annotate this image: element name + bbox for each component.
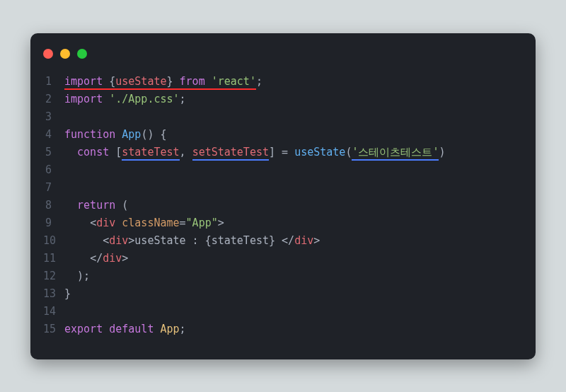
line-number: 6 [43, 161, 64, 179]
line-number: 5 [43, 144, 64, 161]
code-content: import {useState} from 'react'; [64, 73, 523, 91]
code-line: 9 <div className="App"> [43, 214, 523, 232]
line-number: 8 [43, 197, 64, 214]
code-line: 6 [43, 161, 523, 179]
code-content: </div> [64, 250, 523, 267]
code-line: 14 [43, 303, 523, 321]
code-line: 2 import './App.css'; [43, 91, 523, 108]
code-line: 10 <div>useState : {stateTest} </div> [43, 232, 523, 250]
code-line: 8 return ( [43, 197, 523, 214]
code-line: 3 [43, 108, 523, 126]
line-number: 7 [43, 179, 64, 197]
code-editor[interactable]: 1 import {useState} from 'react'; 2 impo… [30, 73, 536, 338]
code-content [64, 161, 523, 179]
maximize-icon[interactable] [77, 49, 87, 59]
traffic-lights [30, 46, 536, 73]
editor-window: 1 import {useState} from 'react'; 2 impo… [30, 33, 536, 359]
code-content: import './App.css'; [64, 91, 523, 108]
code-content: } [64, 285, 523, 303]
line-number: 1 [43, 73, 64, 91]
code-line: 13 } [43, 285, 523, 303]
line-number: 12 [43, 267, 64, 285]
code-content: ); [64, 267, 523, 285]
line-number: 14 [43, 303, 64, 321]
line-number: 15 [43, 321, 64, 338]
code-line: 4 function App() { [43, 126, 523, 144]
line-number: 3 [43, 108, 64, 126]
code-content: <div className="App"> [64, 214, 523, 232]
code-content [64, 303, 523, 321]
code-content: function App() { [64, 126, 523, 144]
code-content: export default App; [64, 321, 523, 338]
code-content: const [stateTest, setStateTest] = useSta… [64, 144, 523, 161]
code-content [64, 108, 523, 126]
code-content: <div>useState : {stateTest} </div> [64, 232, 523, 250]
line-number: 4 [43, 126, 64, 144]
code-line: 15 export default App; [43, 321, 523, 338]
code-content [64, 179, 523, 197]
code-line: 5 const [stateTest, setStateTest] = useS… [43, 144, 523, 161]
line-number: 2 [43, 91, 64, 108]
code-line: 7 [43, 179, 523, 197]
line-number: 11 [43, 250, 64, 267]
close-icon[interactable] [43, 49, 53, 59]
minimize-icon[interactable] [60, 49, 70, 59]
code-line: 12 ); [43, 267, 523, 285]
line-number: 13 [43, 285, 64, 303]
code-content: return ( [64, 197, 523, 214]
line-number: 10 [43, 232, 64, 250]
code-line: 11 </div> [43, 250, 523, 267]
line-number: 9 [43, 214, 64, 232]
code-line: 1 import {useState} from 'react'; [43, 73, 523, 91]
